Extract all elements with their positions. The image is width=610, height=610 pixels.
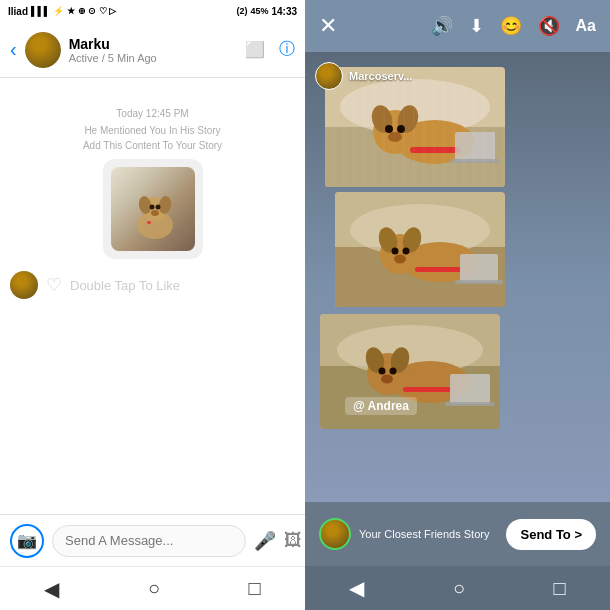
story-image-2: [335, 192, 505, 307]
story-bottom-avatar: [319, 518, 351, 550]
wifi-icon: ⚡: [53, 6, 64, 16]
time-label: 14:33: [271, 6, 297, 17]
svg-point-30: [394, 255, 406, 264]
info-icon[interactable]: ⓘ: [279, 39, 295, 60]
right-recent-nav-button[interactable]: □: [554, 577, 566, 600]
avatar: [25, 32, 61, 68]
photo-icon[interactable]: 🖼: [284, 530, 302, 551]
right-back-nav-button[interactable]: ◀: [349, 576, 364, 600]
svg-point-6: [151, 210, 159, 216]
camera-button[interactable]: 📷: [10, 524, 44, 558]
svg-rect-7: [147, 221, 151, 224]
message-timestamp: Today 12:45 PM: [10, 108, 295, 119]
chat-header: ‹ Marku Active / 5 Min Ago ⬜ ⓘ: [0, 22, 305, 78]
svg-point-41: [379, 368, 386, 375]
contact-name: Marku: [69, 36, 237, 52]
notification-badge: (2): [236, 6, 247, 16]
header-info: Marku Active / 5 Min Ago: [69, 36, 237, 64]
carrier-label: Iliad: [8, 6, 28, 17]
camera-icon: 📷: [17, 531, 37, 550]
story-bottom-bar: Your Closest Friends Story Send To >: [305, 502, 610, 566]
text-tool-icon[interactable]: Aa: [576, 17, 596, 35]
story-add-text: Add This Content To Your Story: [10, 140, 295, 151]
right-story-panel: ✕ 🔊 ⬇ 😊 🔇 Aa: [305, 0, 610, 610]
svg-point-29: [403, 248, 410, 255]
left-chat-panel: Iliad ▌▌▌ ⚡ ★ ⊕ ⊙ ♡ ▷ (2) 45% 14:33 ‹ Ma…: [0, 0, 305, 610]
right-bottom-nav: ◀ ○ □: [305, 566, 610, 610]
story-poster-avatar: [315, 62, 343, 90]
story-bottom-left: Your Closest Friends Story: [319, 518, 489, 550]
status-left: Iliad ▌▌▌ ⚡ ★ ⊕ ⊙ ♡ ▷: [8, 6, 116, 17]
header-icons: ⬜ ⓘ: [245, 39, 295, 60]
contact-status: Active / 5 Min Ago: [69, 52, 237, 64]
avatar-image: [25, 32, 61, 68]
story-background: Marcoserv... @ Andrea: [305, 52, 610, 502]
video-call-icon[interactable]: ⬜: [245, 40, 265, 59]
story-thumbnail: [111, 167, 195, 251]
sender-avatar: [10, 271, 38, 299]
icons-row: ★ ⊕ ⊙ ♡ ▷: [67, 6, 116, 16]
svg-point-4: [149, 205, 154, 210]
chat-input-bar: 📷 🎤 🖼 😊: [0, 514, 305, 566]
mute-icon[interactable]: 🔇: [538, 15, 560, 37]
chat-body: Today 12:45 PM He Mentioned You In His S…: [0, 78, 305, 514]
recent-nav-button[interactable]: □: [249, 577, 261, 600]
home-nav-button[interactable]: ○: [148, 577, 160, 600]
status-right: (2) 45% 14:33: [236, 6, 297, 17]
svg-rect-45: [450, 374, 490, 404]
dog-image-2-svg: [335, 192, 505, 307]
signal-icon: ▌▌▌: [31, 6, 50, 16]
andrea-mention-tag[interactable]: @ Andrea: [345, 397, 417, 415]
download-icon[interactable]: ⬇: [469, 15, 484, 37]
svg-rect-32: [460, 254, 498, 282]
back-nav-button[interactable]: ◀: [44, 577, 59, 601]
story-poster-name: Marcoserv...: [349, 70, 412, 82]
svg-rect-46: [445, 402, 495, 406]
back-button[interactable]: ‹: [10, 38, 17, 61]
mic-icon[interactable]: 🎤: [254, 530, 276, 552]
left-bottom-nav: ◀ ○ □: [0, 566, 305, 610]
story-card[interactable]: [103, 159, 203, 259]
story-toolbar-right: 🔊 ⬇ 😊 🔇 Aa: [431, 15, 596, 37]
svg-rect-44: [403, 387, 451, 392]
volume-icon[interactable]: 🔊: [431, 15, 453, 37]
svg-rect-31: [415, 267, 461, 272]
story-user-row: Marcoserv...: [315, 62, 412, 90]
battery-label: 45%: [250, 6, 268, 16]
story-mention-text: He Mentioned You In His Story: [10, 125, 295, 136]
story-toolbar: ✕ 🔊 ⬇ 😊 🔇 Aa: [305, 0, 610, 52]
story-bottom-label: Your Closest Friends Story: [359, 528, 489, 540]
svg-point-43: [381, 375, 393, 384]
send-to-button[interactable]: Send To >: [506, 519, 596, 550]
svg-point-42: [390, 368, 397, 375]
story-content: Marcoserv... @ Andrea: [305, 52, 610, 502]
svg-point-28: [392, 248, 399, 255]
status-bar: Iliad ▌▌▌ ⚡ ★ ⊕ ⊙ ♡ ▷ (2) 45% 14:33: [0, 0, 305, 22]
svg-rect-33: [455, 280, 503, 284]
dog-thumbnail-icon: [125, 187, 185, 247]
double-tap-label: Double Tap To Like: [70, 278, 180, 293]
face-effects-icon[interactable]: 😊: [500, 15, 522, 37]
right-home-nav-button[interactable]: ○: [453, 577, 465, 600]
double-tap-row: ♡ Double Tap To Like: [10, 267, 295, 303]
close-story-button[interactable]: ✕: [319, 13, 337, 39]
heart-icon[interactable]: ♡: [46, 274, 62, 296]
message-input[interactable]: [52, 525, 246, 557]
svg-point-5: [155, 205, 160, 210]
